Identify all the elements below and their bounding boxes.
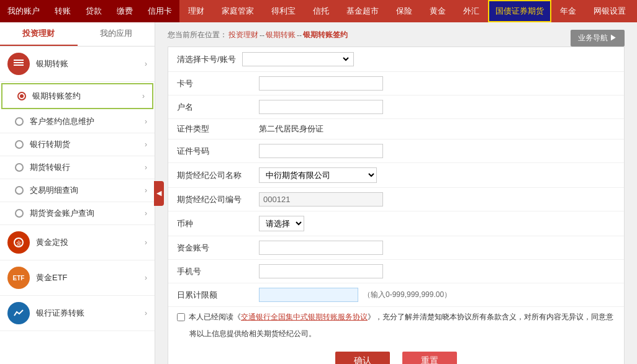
field-label-id-type: 证件类型 (168, 119, 250, 140)
gold-invest-svg: 金 (12, 236, 25, 249)
company-select[interactable]: 中衍期货有限公司 (259, 167, 377, 183)
field-label-fund-account: 资金账号 (168, 236, 250, 260)
arrow-icon-7: › (145, 238, 147, 247)
table-row-fund-account: 资金账号 (168, 236, 624, 260)
arrow-icon-8: › (145, 273, 147, 282)
breadcrumb-link-invest[interactable]: 投资理财 (228, 30, 258, 40)
card-number-input[interactable] (259, 76, 383, 91)
sidebar-label-sign: 银期转账签约 (32, 91, 142, 102)
table-row-card: 卡号 (168, 72, 624, 95)
sidebar-item-bank-transfer[interactable]: 银期转账 › (0, 47, 155, 82)
field-value-currency: 请选择 (250, 211, 624, 236)
breadcrumb-sep-1: -- (260, 31, 264, 40)
field-value-id-number (250, 140, 624, 163)
sidebar-item-futures-to-bank[interactable]: 期货转银行 › (0, 156, 155, 179)
card-select-dropdown[interactable] (245, 54, 351, 64)
id-number-input[interactable] (259, 144, 383, 158)
sidebar-item-gold-invest[interactable]: 金 黄金定投 › (0, 225, 155, 260)
arrow-icon-3: › (145, 140, 147, 149)
field-value-company-code (250, 188, 624, 211)
sidebar-item-transaction[interactable]: 交易明细查询 › (0, 179, 155, 202)
business-nav-button[interactable]: 业务导航 ▶ (571, 30, 625, 47)
button-row: 确认 重置 (168, 344, 624, 364)
nav-item-loan[interactable]: 贷款 (78, 0, 109, 22)
sidebar-label-account: 期货资金账户查询 (30, 208, 145, 219)
sidebar-item-customer[interactable]: 客户签约信息维护 › (0, 110, 155, 133)
phone-input[interactable] (259, 264, 383, 278)
sidebar-label-gold-invest: 黄金定投 (36, 237, 145, 248)
sidebar-item-gold-etf[interactable]: ETF 黄金ETF › (0, 260, 155, 296)
sidebar-tab-apps[interactable]: 我的应用 (78, 22, 155, 46)
sidebar-label-bank-futures: 银行转期货 (30, 139, 145, 150)
table-row-daily-limit: 日累计限额 （输入0-999,999,999.00） (168, 283, 624, 307)
nav-item-settings[interactable]: 网银设置 (585, 0, 635, 22)
field-value-daily-limit: （输入0-999,999,999.00） (250, 283, 624, 307)
table-row-company-code: 期货经纪公司编号 (168, 188, 624, 211)
agreement-checkbox[interactable] (177, 313, 185, 321)
agreement-link[interactable]: 交通银行全国集中式银期转账服务协议 (241, 313, 368, 321)
sidebar-label-customer: 客户签约信息维护 (30, 116, 145, 127)
agreement-text-before: 本人已经阅读《交通银行全国集中式银期转账服务协议》，充分了解并清楚知晓本协议所有… (189, 312, 613, 322)
sidebar-item-sign[interactable]: 银期转账签约 › (1, 83, 153, 109)
confirm-button[interactable]: 确认 (335, 352, 390, 364)
table-row-company: 期货经纪公司名称 中衍期货有限公司 (168, 163, 624, 188)
nav-item-trust[interactable]: 信托 (304, 0, 338, 22)
field-value-card (250, 72, 624, 95)
radio-dot-bank-futures (15, 140, 24, 149)
company-code-input[interactable] (259, 192, 383, 206)
sidebar-label-bank-transfer: 银期转账 (36, 58, 145, 69)
card-select-wrapper (242, 52, 354, 66)
field-value-name (250, 95, 624, 119)
nav-item-family[interactable]: 家庭管家 (213, 0, 263, 22)
reset-button[interactable]: 重置 (402, 352, 457, 364)
nav-item-my-account[interactable]: 我的账户 (0, 0, 47, 22)
nav-item-bond-futures[interactable]: 国债证券期货 (488, 0, 551, 22)
field-value-phone (250, 260, 624, 283)
sidebar-tab-invest[interactable]: 投资理财 (0, 22, 78, 46)
sidebar-item-account-query[interactable]: 期货资金账户查询 › (0, 202, 155, 225)
field-value-id-type: 第二代居民身份证 (250, 119, 624, 140)
svg-rect-2 (14, 60, 24, 61)
table-row-id-number: 证件号码 (168, 140, 624, 163)
svg-text:金: 金 (16, 240, 22, 246)
securities-icon (7, 302, 30, 324)
arrow-icon-6: › (145, 209, 147, 218)
arrow-icon-9: › (145, 309, 147, 317)
field-label-id-number: 证件号码 (168, 140, 250, 163)
nav-item-invest[interactable]: 理财 (179, 0, 213, 22)
breadcrumb-current: 银期转账签约 (303, 30, 348, 40)
bank-transfer-icon (7, 53, 30, 75)
nav-item-transfer[interactable]: 转账 (47, 0, 78, 22)
content-area: 您当前所在位置： 投资理财 -- 银期转账 -- 银期转账签约 业务导航 ▶ 清… (155, 22, 637, 364)
sidebar-item-bank-to-futures[interactable]: 银行转期货 › (0, 133, 155, 156)
currency-select[interactable]: 请选择 (259, 216, 304, 231)
nav-item-insurance[interactable]: 保险 (387, 0, 421, 22)
sidebar-label-etf: 黄金ETF (36, 272, 145, 283)
nav-item-gold[interactable]: 黄金 (421, 0, 454, 22)
nav-item-annuity[interactable]: 年金 (551, 0, 585, 22)
nav-item-delibow[interactable]: 得利宝 (263, 0, 304, 22)
card-select-label: 清选择卡号/账号 (177, 54, 236, 65)
securities-svg (12, 307, 25, 319)
sidebar-item-securities[interactable]: 银行证券转账 › (0, 296, 155, 331)
breadcrumb-sep-2: -- (297, 31, 302, 40)
nav-item-pay[interactable]: 缴费 (109, 0, 140, 22)
field-label-phone: 手机号 (168, 260, 250, 283)
top-nav: 我的账户 转账 贷款 缴费 信用卡 理财 家庭管家 得利宝 信托 基金超市 保险… (0, 0, 637, 22)
sidebar-label-futures-bank: 期货转银行 (30, 162, 145, 173)
account-name-input[interactable] (259, 100, 383, 114)
radio-dot-account (15, 209, 24, 218)
breadcrumb-link-transfer[interactable]: 银期转账 (266, 30, 296, 40)
nav-item-forex[interactable]: 外汇 (454, 0, 488, 22)
sidebar-collapse-button[interactable]: ◀ (154, 181, 164, 206)
sidebar: 投资理财 我的应用 银期转账 › 银期转账签约 › 客户签约信息维护 › (0, 22, 155, 364)
nav-item-fund[interactable]: 基金超市 (338, 0, 387, 22)
fund-account-input[interactable] (259, 241, 383, 255)
arrow-icon-4: › (145, 163, 147, 172)
sidebar-label-transaction: 交易明细查询 (30, 185, 145, 196)
nav-item-credit[interactable]: 信用卡 (140, 0, 179, 22)
daily-limit-input[interactable] (259, 288, 358, 302)
field-label-currency: 币种 (168, 211, 250, 236)
svg-rect-1 (14, 64, 24, 66)
form-panel: 清选择卡号/账号 卡号 户名 (168, 47, 625, 364)
